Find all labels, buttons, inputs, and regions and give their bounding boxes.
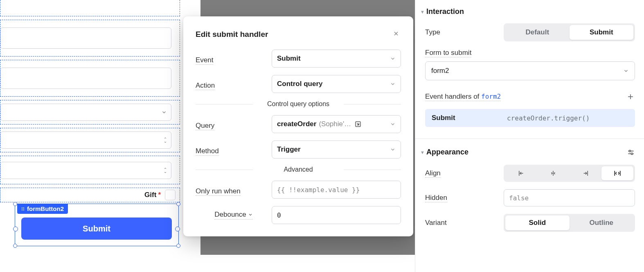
form-field-outline — [0, 60, 180, 97]
debounce-input[interactable]: 0 — [272, 206, 401, 224]
query-secondary: (Sophie'… — [319, 120, 351, 128]
query-value: createOrder — [277, 120, 316, 128]
number-input[interactable] — [0, 131, 171, 149]
svg-point-11 — [629, 150, 630, 152]
resize-handle[interactable] — [176, 202, 180, 206]
form-to-submit-label: Form to submit — [425, 49, 471, 57]
text-input[interactable] — [0, 27, 171, 49]
svg-point-0 — [22, 207, 23, 208]
action-label: Action — [196, 78, 215, 90]
select-input[interactable] — [0, 104, 171, 121]
popover-title: Edit submit handler — [196, 30, 268, 39]
submit-button-label: Submit — [83, 224, 110, 233]
required-marker: * — [158, 191, 161, 199]
align-segmented-control — [504, 165, 635, 182]
edit-handler-popover: Edit submit handler Event Submit Action … — [183, 16, 413, 236]
form-to-submit-select[interactable]: form2 — [425, 61, 635, 80]
form-field-outline — [0, 0, 180, 16]
type-label: Type — [425, 28, 440, 36]
event-select[interactable]: Submit — [272, 50, 401, 68]
chevron-down-icon — [161, 109, 167, 115]
chevron-down-icon — [390, 56, 396, 61]
close-icon — [393, 30, 399, 37]
collapse-icon: ▼ — [420, 9, 425, 14]
handler-row[interactable]: Submit createOrder.trigger() — [425, 109, 635, 127]
number-input[interactable] — [0, 162, 171, 179]
expand-icon[interactable] — [354, 120, 362, 128]
interaction-section-header[interactable]: ▼ Interaction — [420, 7, 635, 16]
form-to-submit-value: form2 — [431, 67, 449, 75]
svg-point-5 — [23, 210, 24, 211]
variant-option-outline[interactable]: Outline — [570, 215, 634, 230]
inspector-panel: ▼ Interaction Type Default Submit Form t… — [415, 0, 644, 272]
query-label: Query — [196, 118, 214, 130]
method-value: Trigger — [277, 145, 301, 154]
align-left[interactable] — [505, 166, 537, 180]
action-select[interactable]: Control query — [272, 75, 401, 93]
type-option-submit[interactable]: Submit — [570, 25, 634, 40]
text-input[interactable] — [0, 68, 171, 89]
variant-segmented-control: Solid Outline — [504, 214, 635, 232]
only-run-when-label: Only run when — [196, 184, 241, 196]
align-right-icon — [581, 170, 590, 177]
align-right[interactable] — [570, 166, 601, 180]
form-link[interactable]: form2 — [481, 93, 501, 100]
appearance-section-header[interactable]: ▼ Appearance — [420, 148, 468, 156]
only-run-when-input[interactable]: {{ !!example.value }} — [272, 181, 401, 199]
chevron-down-icon — [248, 212, 253, 217]
type-option-default[interactable]: Default — [505, 25, 570, 40]
add-handler-button[interactable]: + — [626, 89, 635, 104]
chevron-down-icon — [390, 147, 396, 152]
variant-option-solid[interactable]: Solid — [505, 215, 570, 230]
hidden-input[interactable]: false — [504, 189, 635, 206]
form-field-outline — [0, 128, 180, 152]
align-label: Align — [425, 169, 441, 178]
event-value: Submit — [277, 54, 301, 63]
chevron-down-icon — [390, 81, 396, 87]
type-segmented-control: Default Submit — [504, 23, 635, 41]
collapse-icon: ▼ — [420, 150, 425, 155]
handler-event: Submit — [432, 114, 507, 122]
chevron-down-icon — [390, 121, 396, 127]
step-up-icon[interactable] — [163, 167, 168, 170]
form-field-outline — [0, 156, 180, 184]
hidden-label: Hidden — [425, 194, 447, 202]
svg-point-12 — [631, 153, 633, 154]
resize-handle[interactable] — [176, 244, 180, 248]
grip-icon — [20, 206, 25, 211]
step-down-icon[interactable] — [163, 141, 168, 144]
form-preview: Gift * formButton2 Submit — [0, 0, 200, 255]
form-field-outline — [0, 100, 180, 125]
align-left-icon — [517, 170, 525, 177]
svg-point-3 — [23, 209, 24, 209]
align-center[interactable] — [537, 166, 569, 180]
close-button[interactable] — [391, 28, 401, 41]
component-name-tag[interactable]: formButton2 — [17, 204, 68, 214]
svg-point-2 — [22, 209, 23, 209]
query-select[interactable]: createOrder (Sophie'… — [272, 115, 401, 133]
handler-code: createOrder.trigger() — [507, 114, 590, 122]
submit-button[interactable]: Submit — [21, 218, 172, 240]
step-down-icon[interactable] — [163, 171, 168, 174]
event-label: Event — [196, 53, 213, 65]
component-name: formButton2 — [27, 205, 64, 212]
resize-handle[interactable] — [13, 202, 17, 206]
method-label: Method — [196, 144, 219, 156]
resize-handle[interactable] — [13, 244, 17, 248]
step-up-icon[interactable] — [163, 136, 168, 140]
debounce-label[interactable]: Debounce — [214, 211, 253, 220]
gift-label: Gift — [144, 191, 156, 199]
chevron-down-icon — [623, 68, 629, 74]
svg-point-4 — [22, 210, 23, 211]
section-header-advanced: Advanced — [196, 166, 401, 173]
align-stretch-icon — [613, 170, 622, 177]
gift-checkbox[interactable] — [165, 190, 176, 200]
method-select[interactable]: Trigger — [272, 141, 401, 159]
align-center-icon — [549, 170, 557, 177]
align-stretch[interactable] — [601, 166, 633, 180]
action-value: Control query — [277, 80, 322, 88]
event-handlers-label: Event handlers of form2 — [425, 93, 501, 101]
settings-sliders-icon[interactable] — [627, 148, 635, 156]
form-field-outline — [0, 20, 180, 57]
section-header-query-options: Control query options — [196, 100, 401, 108]
